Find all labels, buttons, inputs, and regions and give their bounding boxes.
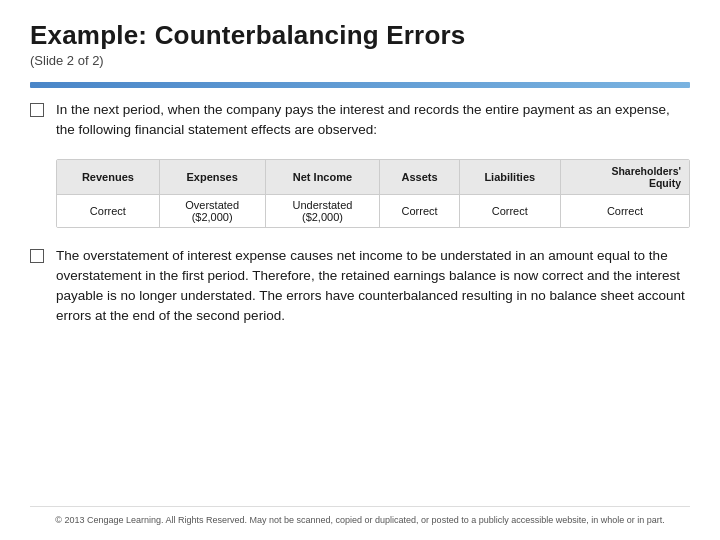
col-header-revenues: Revenues [57,160,159,195]
bullet-item-1: In the next period, when the company pay… [30,100,690,141]
cell-liabilities: Correct [459,194,560,227]
bullet-text-2: The overstatement of interest expense ca… [56,246,690,327]
financial-table-wrapper: Revenues Expenses Net Income Assets Liab… [56,159,690,228]
cell-expenses: Overstated($2,000) [159,194,265,227]
main-title: Example: Counterbalancing Errors [30,20,690,51]
bullet-text-1: In the next period, when the company pay… [56,100,690,141]
col-header-equity: Shareholders'Equity [560,160,689,195]
col-header-assets: Assets [380,160,459,195]
col-header-liabilities: Liabilities [459,160,560,195]
cell-netincome: Understated($2,000) [265,194,380,227]
content-area: In the next period, when the company pay… [30,100,690,506]
cell-assets: Correct [380,194,459,227]
col-header-netincome: Net Income [265,160,380,195]
cell-equity: Correct [560,194,689,227]
slide-container: Example: Counterbalancing Errors (Slide … [0,0,720,540]
subtitle: (Slide 2 of 2) [30,53,690,68]
checkbox-1 [30,103,44,117]
title-section: Example: Counterbalancing Errors (Slide … [30,20,690,68]
col-header-expenses: Expenses [159,160,265,195]
footer: © 2013 Cengage Learning. All Rights Rese… [30,506,690,525]
checkbox-2 [30,249,44,263]
cell-revenues: Correct [57,194,159,227]
bullet-item-2: The overstatement of interest expense ca… [30,246,690,327]
table-row-1: Correct Overstated($2,000) Understated($… [57,194,689,227]
financial-table: Revenues Expenses Net Income Assets Liab… [57,160,689,227]
accent-bar [30,82,690,88]
